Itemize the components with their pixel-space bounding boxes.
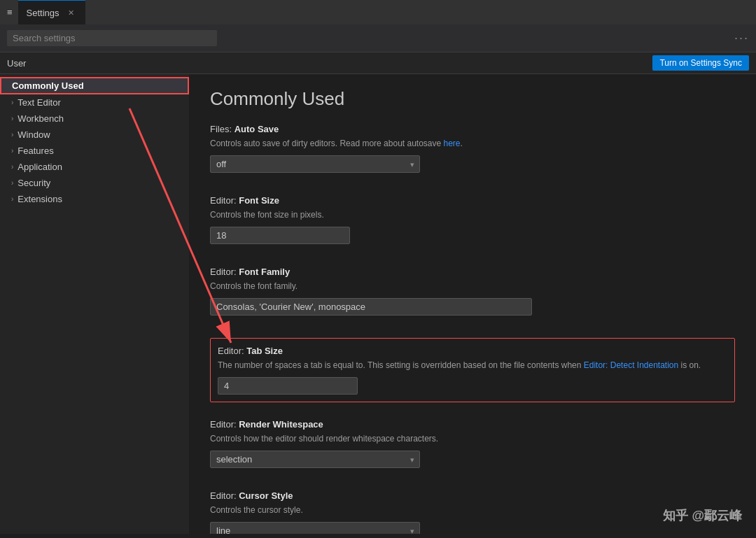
setting-title-font-family: Editor: Font Family [210,267,735,277]
render-whitespace-select[interactable]: none boundary selection trailing all [210,451,420,468]
search-input[interactable] [7,30,217,46]
setting-prefix-font-size: Editor: [210,195,239,206]
sidebar-item-security[interactable]: › Security [0,175,189,191]
sidebar: Commonly Used › Text Editor › Workbench … [0,74,189,534]
tab-size-desc-before: The number of spaces a tab is equal to. … [218,360,584,370]
tab-size-input[interactable] [218,377,358,395]
sidebar-item-window[interactable]: › Window [0,127,189,143]
sidebar-item-commonly-used[interactable]: Commonly Used [0,77,189,94]
auto-save-select-wrapper: off afterDelay onFocusChange onWindowCha… [210,155,420,173]
render-whitespace-select-wrapper: none boundary selection trailing all ▾ [210,451,420,468]
content-area: Commonly Used Files: Auto Save Controls … [189,74,756,534]
sidebar-label-window: Window [18,129,50,140]
setting-prefix-auto-save: Files: [210,124,234,134]
setting-bold-auto-save: Auto Save [234,124,279,134]
setting-bold-tab-size: Tab Size [246,346,283,356]
setting-prefix-render-whitespace: Editor: [210,419,239,430]
setting-render-whitespace: Editor: Render Whitespace Controls how t… [210,419,735,474]
setting-bold-render-whitespace: Render Whitespace [239,419,323,430]
search-bar: ··· [0,24,756,52]
setting-desc-auto-save: Controls auto save of dirty editors. Rea… [210,137,735,150]
setting-prefix-tab-size: Editor: [218,346,246,356]
user-bar: User Turn on Settings Sync [0,52,756,74]
chevron-icon-security: › [11,179,13,187]
titlebar: ≡ Settings ✕ [0,0,756,24]
sidebar-label-extensions: Extensions [18,194,62,204]
chevron-icon-workbench: › [11,115,13,122]
sidebar-label-text-editor: Text Editor [18,97,60,108]
settings-tab[interactable]: Settings ✕ [18,0,85,24]
setting-cursor-style: Editor: Cursor Style Controls the cursor… [210,490,735,534]
setting-title-render-whitespace: Editor: Render Whitespace [210,419,735,430]
font-size-input[interactable] [210,227,350,244]
sidebar-label-workbench: Workbench [18,113,64,124]
sidebar-item-extensions[interactable]: › Extensions [0,191,189,207]
chevron-icon-application: › [11,163,13,171]
setting-title-font-size: Editor: Font Size [210,195,735,206]
chevron-icon-extensions: › [11,195,13,203]
tab-close-button[interactable]: ✕ [65,7,77,19]
main-layout: Commonly Used › Text Editor › Workbench … [0,74,756,534]
setting-auto-save: Files: Auto Save Controls auto save of d… [210,124,735,178]
auto-save-select[interactable]: off afterDelay onFocusChange onWindowCha… [210,155,420,173]
chevron-icon-window: › [11,131,13,139]
font-family-input[interactable] [210,298,532,316]
setting-title-tab-size: Editor: Tab Size [218,346,727,356]
setting-desc-cursor-style: Controls the cursor style. [210,504,735,516]
sidebar-item-workbench[interactable]: › Workbench [0,111,189,127]
user-label: User [7,58,26,69]
cursor-style-select-wrapper: line block underline line-thin block-out… [210,522,420,534]
detect-indentation-link[interactable]: Editor: Detect Indentation [584,360,678,370]
sync-button[interactable]: Turn on Settings Sync [652,55,749,71]
sidebar-label-commonly-used: Commonly Used [12,80,84,91]
sidebar-label-application: Application [18,162,62,172]
setting-desc-render-whitespace: Controls how the editor should render wh… [210,432,735,445]
page-title: Commonly Used [210,88,735,110]
sidebar-item-text-editor[interactable]: › Text Editor [0,94,189,111]
setting-prefix-font-family: Editor: [210,267,239,277]
watermark: 知乎 @鄢云峰 [663,507,742,524]
setting-font-size: Editor: Font Size Controls the font size… [210,195,735,250]
setting-bold-font-family: Font Family [239,267,290,277]
autosave-link[interactable]: here [444,139,461,148]
tab-size-desc-after: is on. [678,360,701,370]
sidebar-item-application[interactable]: › Application [0,159,189,175]
sidebar-label-features: Features [18,146,53,156]
chevron-icon-text-editor: › [11,99,13,106]
setting-desc-font-family: Controls the font family. [210,280,735,292]
setting-desc-tab-size: The number of spaces a tab is equal to. … [218,359,727,371]
setting-prefix-cursor-style: Editor: [210,490,239,501]
setting-title-cursor-style: Editor: Cursor Style [210,490,735,501]
setting-desc-font-size: Controls the font size in pixels. [210,208,735,221]
setting-font-family: Editor: Font Family Controls the font fa… [210,267,735,321]
setting-tab-size: Editor: Tab Size The number of spaces a … [210,338,735,402]
more-options-icon[interactable]: ··· [734,31,749,45]
setting-title-auto-save: Files: Auto Save [210,124,735,134]
setting-bold-font-size: Font Size [239,195,279,206]
sidebar-label-security: Security [18,178,50,188]
tab-label: Settings [27,8,59,18]
chevron-icon-features: › [11,147,13,155]
settings-icon: ≡ [7,7,13,17]
sidebar-item-features[interactable]: › Features [0,143,189,159]
setting-bold-cursor-style: Cursor Style [239,490,293,501]
cursor-style-select[interactable]: line block underline line-thin block-out… [210,522,420,534]
